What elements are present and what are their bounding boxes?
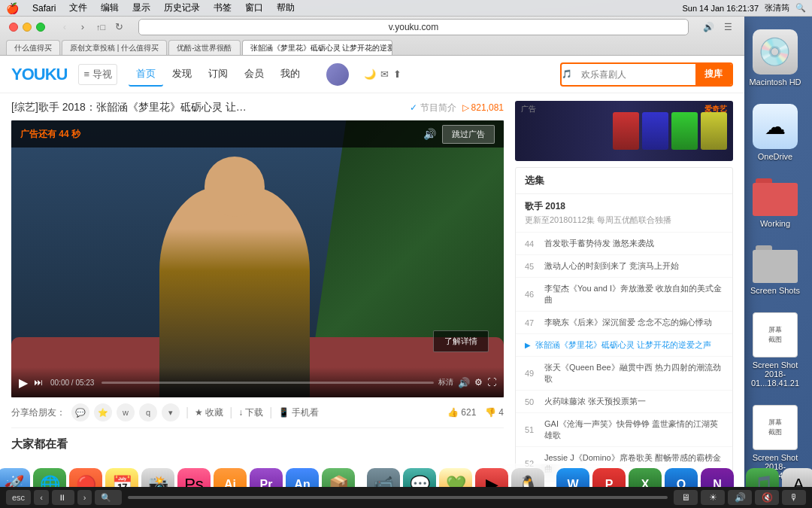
touchbar-mute[interactable]: 🔇 [755, 490, 779, 505]
touchbar-right: 🖥 ☀ 🔊 🔇 🎙 [674, 490, 806, 505]
ad-youku-logo: 爱奇艺 [704, 104, 727, 114]
menubar-file[interactable]: 文件 [66, 2, 90, 14]
touchbar-forward[interactable]: › [77, 490, 92, 505]
progress-bar[interactable] [102, 382, 434, 384]
episode-47[interactable]: 47 李晓东《后来》深沉留爱 念念不忘的煽心悸动 [516, 312, 732, 334]
nav-member[interactable]: 会员 [237, 62, 271, 87]
desktop-icon-macintosh-hd[interactable]: 💿 Macintosh HD [746, 26, 804, 90]
volume-control[interactable]: 🔊 [458, 377, 470, 388]
onedrive-label: OneDrive [758, 152, 792, 161]
menubar-safari[interactable]: Safari [29, 3, 59, 14]
episode-51[interactable]: 51 GAI《沧海一声笑》快骨铮铮 盖世豪情的江湖英雄歌 [516, 413, 732, 447]
minimize-button[interactable] [23, 23, 32, 32]
episode-44[interactable]: 44 首发歌手蓄势待发 激怒来袭战 [516, 233, 732, 255]
safari-toolbar: ‹ › ↑□ ↻ 🔊 ☰ 什么值得买 原创文章投稿 | 什么值得 [0, 17, 744, 56]
ad-skip-button[interactable]: 跳过广告 [442, 125, 495, 144]
safari-tabs: 什么值得买 原创文章投稿 | 什么值得买 优酷-这世界很酷 张韶涵《梦里花》砥砺… [0, 37, 744, 55]
episode-current[interactable]: ▶ 张韶涵《梦里花》砥砺心灵 让梦开花的逆爱之声 [516, 334, 732, 357]
ep-title-51: GAI《沧海一声笑》快骨铮铮 盖世豪情的江湖英雄歌 [544, 418, 723, 441]
video-detail-button[interactable]: 了解详情 [433, 330, 489, 352]
video-info-link[interactable]: 节目简介 [410, 102, 456, 114]
touchbar-search[interactable]: 🔍 [95, 490, 122, 505]
ad-volume-icon[interactable]: 🔊 [423, 128, 436, 140]
desktop-icon-working[interactable]: Working [750, 175, 801, 231]
quality-selector[interactable]: 标清 [438, 377, 453, 388]
video-player[interactable]: 广告还有 44 秒 🔊 跳过广告 了解详情 [11, 120, 504, 397]
touchbar-display[interactable]: 🖥 [674, 490, 698, 505]
episode-50[interactable]: 50 火药味藤浓 张天预投票第一 [516, 391, 732, 413]
share-more[interactable]: ▾ [162, 403, 180, 421]
notification-icon[interactable]: ✉ [380, 68, 389, 80]
screenshots-label: Screen Shots [750, 286, 800, 295]
mobile-button[interactable]: 📱 手机看 [278, 406, 319, 419]
ad-label: 广告 [521, 104, 536, 114]
play-pause-button[interactable]: ▶ [19, 376, 28, 390]
touchbar-progress[interactable] [128, 496, 668, 499]
touchbar-brightness[interactable]: ☀ [701, 490, 725, 505]
reload-button[interactable]: ↻ [111, 20, 126, 35]
nav-menu-button[interactable]: ≡ 导视 [78, 64, 117, 85]
tab-2[interactable]: 原创文章投稿 | 什么值得买 [62, 40, 167, 55]
apple-menu[interactable]: 🍎 [6, 2, 19, 14]
desktop-icon-screenshots[interactable]: Screen Shots [747, 242, 803, 298]
download-button[interactable]: ↓ 下载 [238, 406, 263, 419]
episode-49[interactable]: 49 张天《Queen Bee》融贯中西 热力四射的潮流劲歌 [516, 357, 732, 391]
menubar-view[interactable]: 显示 [129, 2, 153, 14]
url-input[interactable] [138, 19, 689, 35]
user-avatar[interactable] [326, 63, 349, 86]
volume-icon[interactable]: 🔊 [701, 20, 716, 35]
touchbar-esc[interactable]: esc [6, 490, 31, 505]
touchbar-back[interactable]: ‹ [34, 490, 49, 505]
next-button[interactable]: ⏭ [34, 377, 43, 388]
nav-subscribe[interactable]: 订阅 [201, 62, 235, 87]
menubar-time: Sun 14 Jan 16:21:37 [682, 4, 759, 13]
sidebar-toggle[interactable]: ☰ [720, 20, 735, 35]
menubar-search-icon[interactable]: 🔍 [795, 3, 806, 13]
menubar-window[interactable]: 窗口 [242, 2, 266, 14]
tab-3[interactable]: 优酷-这世界很酷 [168, 40, 240, 55]
dislike-count: 4 [498, 407, 504, 418]
nav-mine[interactable]: 我的 [273, 62, 308, 87]
desktop: 🍎 Safari 文件 编辑 显示 历史记录 书签 窗口 帮助 Sun 14 J… [0, 0, 812, 508]
menubar-history[interactable]: 历史记录 [161, 2, 203, 14]
episode-45[interactable]: 45 激动人心的时刻到来了 竞演马上开始 [516, 255, 732, 278]
traffic-lights [9, 23, 45, 32]
fullscreen-button[interactable]: ⛶ [487, 377, 496, 388]
menubar-bookmarks[interactable]: 书签 [211, 2, 235, 14]
touchbar-play[interactable]: ⏸ [52, 490, 74, 505]
divider-2: | [229, 406, 232, 419]
touchbar-siri[interactable]: 🎙 [782, 490, 806, 505]
search-input[interactable] [575, 64, 695, 85]
menubar: 🍎 Safari 文件 编辑 显示 历史记录 书签 窗口 帮助 Sun 14 J… [0, 0, 812, 17]
settings-button[interactable]: ⚙ [474, 377, 483, 388]
collect-button[interactable]: ★ 收藏 [195, 406, 223, 419]
share-qq[interactable]: q [139, 403, 157, 421]
tab-1[interactable]: 什么值得买 [6, 40, 60, 55]
share-button[interactable]: ↑□ [93, 20, 108, 35]
menubar-edit[interactable]: 编辑 [98, 2, 122, 14]
nav-home[interactable]: 首页 [129, 62, 163, 87]
back-button[interactable]: ‹ [57, 20, 72, 35]
search-submit-button[interactable]: 搜库 [695, 64, 732, 85]
maximize-button[interactable] [36, 23, 45, 32]
forward-button[interactable]: › [75, 20, 90, 35]
close-button[interactable] [9, 23, 18, 32]
like-button[interactable]: 👍 621 [447, 407, 476, 418]
dislike-button[interactable]: 👎 4 [485, 407, 504, 418]
desktop-icon-screenshot1[interactable]: 屏幕截图 Screen Shot 2018-01...18.41.21 [742, 309, 808, 391]
upload-icon[interactable]: ⬆ [393, 68, 401, 80]
share-weibo[interactable]: w [117, 403, 135, 421]
menubar-user: 张清筠 [765, 2, 789, 14]
share-star[interactable]: ⭐ [94, 403, 112, 421]
ep-title-46: 李玺杰《You and I》奔放激爱 收放自如的美式金曲 [544, 283, 723, 306]
theme-icon[interactable]: 🌙 [364, 68, 376, 80]
tab-2-label: 原创文章投稿 | 什么值得买 [70, 43, 159, 53]
ad-banner-top[interactable]: 广告 爱奇艺 [515, 101, 733, 161]
share-wechat[interactable]: 💬 [71, 403, 89, 421]
episode-46[interactable]: 46 李玺杰《You and I》奔放激爱 收放自如的美式金曲 [516, 278, 732, 312]
desktop-icon-onedrive[interactable]: ☁ OneDrive [750, 101, 801, 164]
tab-4-active[interactable]: 张韶涵《梦里花》砥砺心灵 让梦开花的逆爱之… 🔊 [242, 40, 392, 55]
touchbar-volume[interactable]: 🔊 [728, 490, 752, 505]
nav-discover[interactable]: 发现 [165, 62, 199, 87]
menubar-help[interactable]: 帮助 [274, 2, 298, 14]
